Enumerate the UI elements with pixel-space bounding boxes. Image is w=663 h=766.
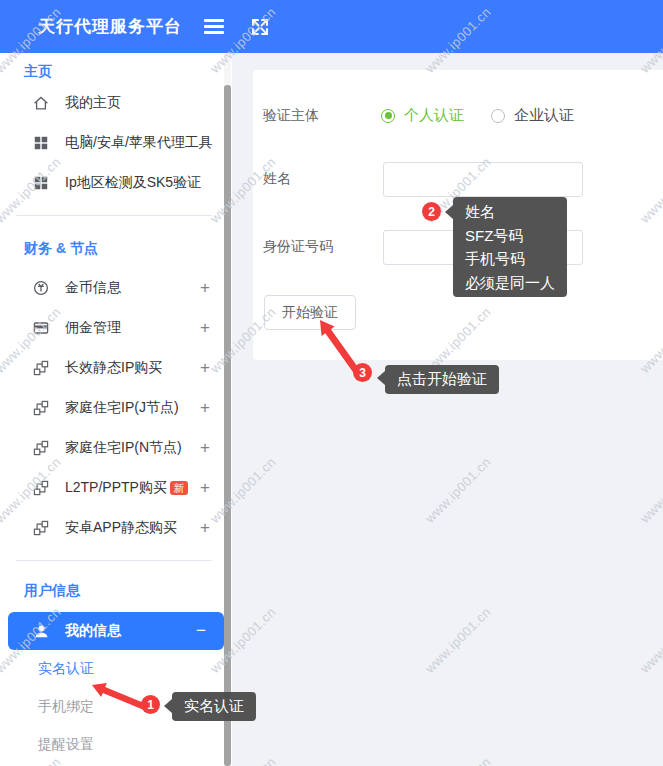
sidebar-item[interactable]: 佣金管理+ [0,308,232,348]
coin-icon [32,279,50,297]
step-badge-2: 2 [422,202,441,221]
tooltip-line: 姓名 [465,200,555,224]
sidebar-subitem[interactable]: 提醒设置 [0,726,232,764]
topology-icon [32,359,50,377]
watermark-text: www.ip001.cn [422,454,494,526]
expand-plus-icon[interactable]: + [200,318,210,338]
step-badge-3: 3 [353,363,372,382]
start-verify-button[interactable]: 开始验证 [264,295,356,330]
watermark-text: www.ip001.cn [637,754,663,766]
sidebar-item-label: 我的主页 [65,94,121,112]
sidebar-item[interactable]: Ip地区检测及SK5验证 [0,163,232,203]
tooltip-line: SFZ号码 [465,224,555,248]
watermark-text: www.ip001.cn [422,604,494,676]
sidebar-item-label: 佣金管理 [65,319,121,337]
topology-icon [32,519,50,537]
tooltip-pointer [445,205,453,219]
radio-enterprise-auth[interactable]: 企业认证 [491,106,574,125]
sidebar-item[interactable]: 长效静态IP购买+ [0,348,232,388]
sidebar-section-title: 用户信息 [0,568,232,612]
sidebar-item[interactable]: 电脑/安卓/苹果代理工具 [0,123,232,163]
expand-plus-icon[interactable]: + [200,358,210,378]
sidebar-item-label: 家庭住宅IP(N节点) [65,439,182,457]
tooltip-pointer [164,699,172,713]
divider [16,560,212,561]
expand-plus-icon[interactable]: + [200,518,210,538]
topology-icon [32,479,50,497]
sidebar-item[interactable]: 我的信息− [8,612,224,650]
user-icon [32,622,50,640]
radio-personal-auth[interactable]: 个人认证 [381,106,464,125]
topology-icon [32,399,50,417]
tooltip-line: 手机号码 [465,247,555,271]
name-input[interactable] [383,162,583,197]
id-number-label: 身份证号码 [263,238,333,256]
radio-personal-label: 个人认证 [404,106,464,125]
sidebar-item-label: 安卓APP静态购买 [65,519,177,537]
sidebar-item-label: 电脑/安卓/苹果代理工具 [65,134,213,152]
expand-plus-icon[interactable]: + [200,438,210,458]
sidebar-subitem[interactable]: 实名认证 [0,650,232,688]
tooltip-step3: 点击开始验证 [385,365,499,394]
sidebar-item-label: 长效静态IP购买 [65,359,162,377]
sidebar-section-title: 主页 [0,53,232,83]
sidebar-item-label: 我的信息 [65,622,121,640]
grid-icon [32,134,50,152]
expand-plus-icon[interactable]: + [200,478,210,498]
step-badge-1: 1 [141,695,160,714]
sidebar-item[interactable]: 家庭住宅IP(J节点)+ [0,388,232,428]
tooltip-step2: 姓名SFZ号码手机号码必须是同一人 [453,197,567,297]
radio-unselected-icon [491,109,505,123]
watermark-text: www.ip001.cn [422,754,494,766]
sidebar-item-label: Ip地区检测及SK5验证 [65,174,201,192]
tooltip-pointer [377,371,385,385]
fullscreen-icon[interactable] [250,17,270,37]
watermark-text: www.ip001.cn [637,454,663,526]
sidebar-item-label: L2TP/PPTP购买 [65,479,167,497]
expand-plus-icon[interactable]: + [200,398,210,418]
tooltip-line: 必须是同一人 [465,271,555,295]
radio-enterprise-label: 企业认证 [514,106,574,125]
collapse-minus-icon[interactable]: − [196,621,206,641]
sidebar-item-label: 家庭住宅IP(J节点) [65,399,179,417]
new-badge: 新 [170,481,188,495]
sidebar-item[interactable]: 我的主页 [0,83,232,123]
app-header: 天行代理服务平台 [0,0,663,53]
divider [16,215,212,216]
app-title: 天行代理服务平台 [38,15,182,38]
sidebar-section-userinfo: 用户信息我的信息−实名认证手机绑定提醒设置 [0,568,232,764]
sidebar-scrollbar-thumb[interactable] [224,85,231,766]
sidebar: 主页我的主页电脑/安卓/苹果代理工具Ip地区检测及SK5验证 财务 & 节点金币… [0,53,232,766]
menu-toggle-icon[interactable] [204,19,224,34]
sidebar-section-finance: 财务 & 节点金币信息+佣金管理+长效静态IP购买+家庭住宅IP(J节点)+家庭… [0,223,232,548]
sidebar-item[interactable]: 家庭住宅IP(N节点)+ [0,428,232,468]
expand-plus-icon[interactable]: + [200,278,210,298]
radio-selected-icon [381,109,395,123]
sidebar-item-label: 金币信息 [65,279,121,297]
sidebar-section-title: 财务 & 节点 [0,223,232,268]
tooltip-step1: 实名认证 [172,692,256,721]
sidebar-item[interactable]: 金币信息+ [0,268,232,308]
sidebar-item[interactable]: 安卓APP静态购买+ [0,508,232,548]
topology-icon [32,439,50,457]
grid-icon [32,174,50,192]
name-label: 姓名 [263,170,291,188]
sidebar-section-home: 主页我的主页电脑/安卓/苹果代理工具Ip地区检测及SK5验证 [0,53,232,203]
card-icon [32,319,50,337]
subject-label: 验证主体 [263,107,319,125]
home-icon [32,94,50,112]
sidebar-item[interactable]: L2TP/PPTP购买新+ [0,468,232,508]
watermark-text: www.ip001.cn [637,604,663,676]
